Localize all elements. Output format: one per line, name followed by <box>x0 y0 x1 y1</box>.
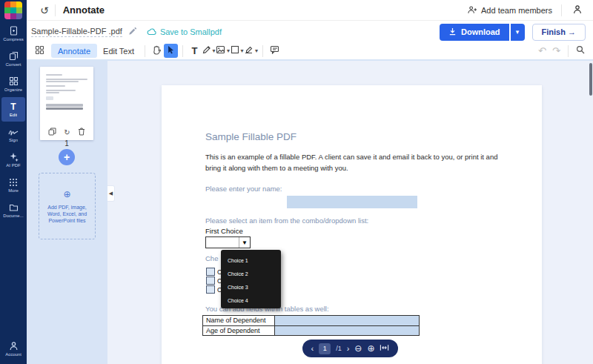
download-button[interactable]: Download <box>440 24 509 41</box>
dropdown-arrow-icon: ▼ <box>239 237 250 248</box>
redo-button[interactable]: ↷ <box>549 44 563 58</box>
duplicate-page-button[interactable] <box>48 128 56 137</box>
dropdown-option-choice-4[interactable]: Choice 4 <box>221 294 281 308</box>
checkbox-2[interactable] <box>206 277 215 285</box>
save-to-smallpdf-link[interactable]: Save to Smallpdf <box>147 27 222 37</box>
sidebar-item-ai-pdf[interactable]: AI PDF <box>0 148 27 172</box>
pan-tool-button[interactable] <box>150 44 164 58</box>
draw-tool-button[interactable]: ▾ <box>202 44 216 58</box>
dropdown-option-choice-2[interactable]: Choice 2 <box>221 268 281 281</box>
select-tool-button[interactable] <box>164 44 178 58</box>
text-tool-button[interactable]: T <box>188 44 202 58</box>
account-button[interactable] <box>562 0 593 20</box>
sidebar-item-more[interactable]: More <box>0 173 27 197</box>
pencil-icon <box>202 45 211 56</box>
add-page-button[interactable]: + <box>59 149 75 165</box>
sidebar-item-account[interactable]: Account <box>0 337 27 361</box>
current-page-input[interactable]: 1 <box>319 343 331 354</box>
sidebar-item-convert[interactable]: Convert <box>0 47 27 71</box>
document-title: Sample Fillable PDF <box>205 131 296 142</box>
delete-page-button[interactable] <box>78 128 85 137</box>
thumbnail-actions: ↻ <box>40 126 93 138</box>
vertical-scrollbar[interactable] <box>589 63 592 96</box>
divider <box>262 45 263 57</box>
app-root: Compress Convert Organize T Edit Sign <box>0 0 593 364</box>
checkbox-row: O <box>206 268 222 276</box>
sidebar-item-label: Edit <box>10 113 17 117</box>
grid-icon <box>35 45 44 57</box>
combo-section-label: Please select an item from the combo/dro… <box>205 216 368 225</box>
tab-annotate[interactable]: Annotate <box>51 44 97 58</box>
logo-grid-icon <box>4 1 22 19</box>
square-shape-icon <box>231 45 239 56</box>
document-intro: This is an example of a fillable PDF. A … <box>205 151 499 173</box>
collapse-arrow-icon: ◀ <box>109 191 113 196</box>
rotate-page-button[interactable]: ↻ <box>64 128 70 136</box>
table-row-label: Name of Dependent <box>203 316 275 325</box>
next-page-button[interactable]: › <box>347 344 350 353</box>
checkbox-1[interactable] <box>206 268 215 276</box>
trash-icon <box>78 128 85 137</box>
zoom-out-icon: ⊖ <box>354 343 362 354</box>
finish-button[interactable]: Finish → <box>532 24 586 41</box>
tab-edit-text[interactable]: Edit Text <box>97 44 140 58</box>
sidebar-item-organize[interactable]: Organize <box>0 72 27 96</box>
sidebar-item-label: AI PDF <box>6 163 20 168</box>
shape-tool-button[interactable]: ▾ <box>230 44 244 58</box>
zoom-in-icon: ⊕ <box>367 343 374 354</box>
sidebar: Compress Convert Organize T Edit Sign <box>0 0 27 364</box>
edit-text-icon: T <box>10 102 16 111</box>
sidebar-item-sign[interactable]: Sign <box>0 122 27 147</box>
sidebar-item-documents[interactable]: Docume... <box>0 198 27 222</box>
previous-page-button[interactable]: ‹ <box>311 344 314 353</box>
zoom-out-button[interactable]: ⊖ <box>354 343 362 354</box>
download-options-button[interactable]: ▾ <box>511 24 525 41</box>
sidebar-item-label: Compress <box>3 37 23 42</box>
history-button[interactable]: ↺ <box>34 3 55 18</box>
checkbox-3[interactable] <box>206 285 215 294</box>
highlighter-icon <box>244 45 254 56</box>
image-tool-button[interactable]: ▾ <box>216 44 230 58</box>
name-of-dependent-field[interactable] <box>275 316 419 325</box>
choice-dropdown[interactable]: ▼ <box>205 236 251 248</box>
duplicate-icon <box>48 128 56 137</box>
sidebar-item-compress[interactable]: Compress <box>0 21 27 46</box>
divider <box>182 45 183 57</box>
image-icon <box>216 45 225 56</box>
redo-icon: ↷ <box>552 45 560 56</box>
highlighter-tool-button[interactable]: ▾ <box>244 44 258 58</box>
sparkle-icon <box>9 152 19 162</box>
dropdown-option-choice-3[interactable]: Choice 3 <box>221 281 281 294</box>
pencil-icon <box>128 27 136 38</box>
checkbox-row: O <box>206 285 222 294</box>
collapse-panel-button[interactable]: ◀ <box>107 185 115 202</box>
person-icon <box>9 341 19 351</box>
undo-button[interactable]: ↶ <box>535 44 549 58</box>
file-dropzone[interactable]: ⊕ Add PDF, image, Word, Excel, and Power… <box>39 173 96 239</box>
chevron-down-icon: ▾ <box>213 47 216 54</box>
thumbnail-grid-toggle-button[interactable] <box>33 44 47 58</box>
sidebar-item-label: More <box>8 188 19 193</box>
chevron-left-icon: ‹ <box>311 344 314 353</box>
plus-icon: + <box>64 151 70 163</box>
add-team-members-button[interactable]: Add team members <box>459 0 561 20</box>
top-header: ↺ Annotate Add team members <box>27 0 593 21</box>
name-field-label: Please enter your name: <box>205 185 282 193</box>
folder-icon <box>9 203 19 212</box>
search-button[interactable] <box>573 44 587 58</box>
comment-tool-button[interactable] <box>268 44 282 58</box>
page-total-label: /1 <box>336 345 342 352</box>
annotation-toolbar: Annotate Edit Text T ▾ ▾ <box>27 42 593 61</box>
rename-button[interactable] <box>127 25 138 39</box>
sidebar-item-edit[interactable]: T Edit <box>1 97 25 122</box>
dropdown-option-choice-1[interactable]: Choice 1 <box>221 254 281 268</box>
save-to-smallpdf-label: Save to Smallpdf <box>160 27 222 36</box>
download-icon <box>448 27 457 37</box>
age-of-dependent-field[interactable] <box>275 326 419 335</box>
fit-width-button[interactable] <box>380 344 389 353</box>
checkbox-row: O <box>206 277 222 285</box>
name-input-field[interactable] <box>287 196 417 208</box>
smallpdf-logo[interactable] <box>0 0 27 21</box>
combo-caption: First Choice <box>205 227 243 235</box>
zoom-in-button[interactable]: ⊕ <box>367 343 374 354</box>
